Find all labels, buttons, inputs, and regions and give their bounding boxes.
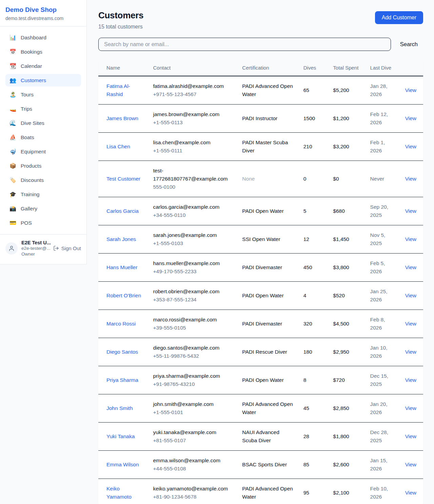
customer-name-cell: Keiko Yamamoto xyxy=(98,479,149,504)
customer-certification-cell: PADI Divemaster xyxy=(238,254,299,282)
customer-name-link[interactable]: James Brown xyxy=(106,115,138,121)
customer-certification: PADI Open Water xyxy=(242,292,295,300)
sidebar-item-equipment[interactable]: 🤿Equipment xyxy=(5,145,81,158)
view-customer-link[interactable]: View xyxy=(405,462,416,467)
customer-total-spent-cell: $1,800 xyxy=(329,423,366,451)
sidebar-item-label: Dive Sites xyxy=(21,120,44,126)
sidebar-item-tours[interactable]: 🏝️Tours xyxy=(5,88,81,101)
customer-contact-cell: diego.santos@example.com+55-11-99876-543… xyxy=(149,338,238,366)
customer-email: marco.rossi@example.com xyxy=(153,316,234,324)
customer-name-link[interactable]: Carlos Garcia xyxy=(106,208,139,214)
table-row: Keiko Yamamotokeiko.yamamoto@example.com… xyxy=(98,479,423,504)
customer-name-link[interactable]: Sarah Jones xyxy=(106,236,136,242)
customer-name-link[interactable]: Robert O'Brien xyxy=(106,293,141,298)
page-subtitle: 15 total customers xyxy=(98,24,143,30)
sidebar-item-training[interactable]: 🎓Training xyxy=(5,188,81,201)
customer-last-dive-cell: Jan 10, 2026 xyxy=(366,338,401,366)
customer-name-cell: Marco Rossi xyxy=(98,310,149,338)
sidebar-item-discounts[interactable]: 🏷️Discounts xyxy=(5,174,81,186)
sidebar-item-label: Trips xyxy=(21,106,32,112)
customer-email: carlos.garcia@example.com xyxy=(153,203,234,211)
customer-name-link[interactable]: Hans Mueller xyxy=(106,264,137,270)
view-customer-link[interactable]: View xyxy=(405,176,416,182)
shop-domain: demo.test.divestreams.com xyxy=(5,16,81,21)
customer-name-link[interactable]: Lisa Chen xyxy=(106,144,130,149)
view-customer-link[interactable]: View xyxy=(405,264,416,270)
user-icon xyxy=(8,245,15,251)
add-customer-button[interactable]: Add Customer xyxy=(375,11,423,24)
customer-email: keiko.yamamoto@example.com xyxy=(153,485,234,493)
customer-contact-cell: fatima.alrashid@example.com+971-55-123-4… xyxy=(149,76,238,105)
customer-name-link[interactable]: Yuki Tanaka xyxy=(106,433,135,439)
customer-action-cell: View xyxy=(401,105,423,133)
sidebar-item-products[interactable]: 📦Products xyxy=(5,160,81,172)
view-customer-link[interactable]: View xyxy=(405,349,416,355)
sidebar-item-dashboard[interactable]: 📊Dashboard xyxy=(5,31,81,44)
customer-phone: +39-555-0105 xyxy=(153,324,234,332)
view-customer-link[interactable]: View xyxy=(405,377,416,383)
pos-icon: 💳 xyxy=(9,220,16,226)
customer-total-spent-cell: $3,200 xyxy=(329,133,366,161)
table-header-row: NameContactCertificationDivesTotal Spent… xyxy=(98,60,423,76)
view-customer-link[interactable]: View xyxy=(405,208,416,214)
main-header: Customers 15 total customers Add Custome… xyxy=(98,10,423,30)
customer-name-link[interactable]: Keiko Yamamoto xyxy=(106,486,132,500)
customer-dives-cell: 450 xyxy=(299,254,329,282)
sign-out-button[interactable]: Sign Out xyxy=(53,245,81,251)
view-customer-link[interactable]: View xyxy=(405,433,416,439)
customer-total-spent-cell: $720 xyxy=(329,366,366,394)
customers-table-card: NameContactCertificationDivesTotal Spent… xyxy=(98,60,423,504)
customer-dives-cell: 1500 xyxy=(299,105,329,133)
customer-total-spent-cell: $5,200 xyxy=(329,76,366,105)
sidebar-item-dive-sites[interactable]: 🌊Dive Sites xyxy=(5,117,81,129)
view-customer-link[interactable]: View xyxy=(405,490,416,496)
trips-icon: 🚤 xyxy=(9,106,16,112)
view-customer-link[interactable]: View xyxy=(405,321,416,326)
table-row: Emma Wilsonemma.wilson@example.com+44-55… xyxy=(98,451,423,479)
view-customer-link[interactable]: View xyxy=(405,236,416,242)
customer-name-cell: Carlos Garcia xyxy=(98,197,149,225)
customer-name-link[interactable]: Fatima Al-Rashid xyxy=(106,83,130,97)
customer-phone: +49-170-555-2233 xyxy=(153,267,234,276)
customer-contact-cell: priya.sharma@example.com+91-98765-43210 xyxy=(149,366,238,394)
customer-name-link[interactable]: Emma Wilson xyxy=(106,462,139,467)
sidebar-item-label: Products xyxy=(21,163,41,169)
sign-out-label: Sign Out xyxy=(61,245,81,251)
customer-certification-cell: PADI Divemaster xyxy=(238,310,299,338)
customer-contact-cell: robert.obrien@example.com+353-87-555-123… xyxy=(149,282,238,310)
search-button[interactable]: Search xyxy=(400,41,418,48)
column-header-name: Name xyxy=(98,60,149,76)
equipment-icon: 🤿 xyxy=(9,148,16,155)
sidebar-item-boats[interactable]: ⛵Boats xyxy=(5,131,81,144)
search-row: Search xyxy=(98,38,423,51)
customer-name-link[interactable]: Marco Rossi xyxy=(106,321,136,326)
sidebar-item-customers[interactable]: 👥Customers xyxy=(5,74,81,87)
view-customer-link[interactable]: View xyxy=(405,144,416,149)
bookings-icon: 📅 xyxy=(9,49,16,55)
customer-dives-cell: 85 xyxy=(299,451,329,479)
view-customer-link[interactable]: View xyxy=(405,405,416,411)
search-input[interactable] xyxy=(98,38,391,51)
customer-action-cell: View xyxy=(401,310,423,338)
customer-name-link[interactable]: Diego Santos xyxy=(106,349,138,355)
view-customer-link[interactable]: View xyxy=(405,87,416,93)
customer-certification: SSI Open Water xyxy=(242,235,295,243)
sidebar-item-label: Customers xyxy=(21,77,46,83)
customer-last-dive-cell: Jan 15, 2026 xyxy=(366,451,401,479)
customer-certification: PADI Advanced Open Water xyxy=(242,400,295,416)
customer-name-link[interactable]: Test Customer xyxy=(106,176,140,182)
view-customer-link[interactable]: View xyxy=(405,115,416,121)
customer-name-link[interactable]: Priya Sharma xyxy=(106,377,138,383)
customer-last-dive-cell: Feb 5, 2026 xyxy=(366,254,401,282)
user-meta: E2E Test U... e2e-tester@... Owner xyxy=(21,240,50,257)
sidebar-item-trips[interactable]: 🚤Trips xyxy=(5,102,81,115)
sidebar-item-pos[interactable]: 💳POS xyxy=(5,217,81,229)
sidebar-item-calendar[interactable]: 📆Calendar xyxy=(5,60,81,72)
boats-icon: ⛵ xyxy=(9,134,16,141)
view-customer-link[interactable]: View xyxy=(405,293,416,298)
user-role: Owner xyxy=(21,251,50,257)
sidebar-item-bookings[interactable]: 📅Bookings xyxy=(5,45,81,58)
sidebar-item-gallery[interactable]: 📸Gallery xyxy=(5,202,81,215)
customer-certification-cell: BSAC Sports Diver xyxy=(238,451,299,479)
customer-name-link[interactable]: John Smith xyxy=(106,405,133,411)
